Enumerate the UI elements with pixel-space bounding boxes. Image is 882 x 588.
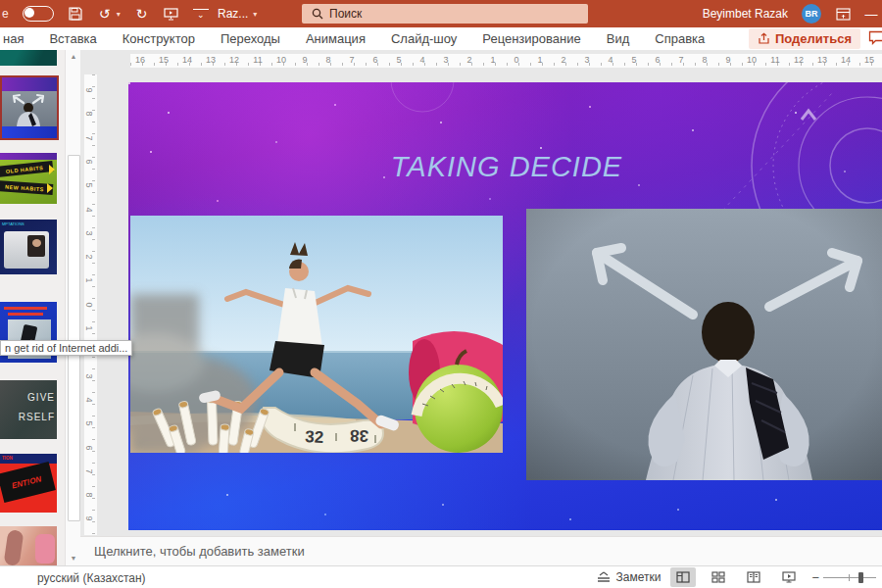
undo-icon[interactable]: ↺ <box>97 6 113 22</box>
notes-pane[interactable]: Щелкните, чтобы добавить заметки <box>80 536 882 565</box>
tab-slideshow[interactable]: Слайд-шоу <box>378 31 469 46</box>
thumbnail-slide-4[interactable]: MPTATIONS <box>0 220 57 274</box>
notes-placeholder: Щелкните, чтобы добавить заметки <box>94 544 305 559</box>
picture-man-choosing-arrows[interactable] <box>526 209 882 480</box>
tab-animations[interactable]: Анимация <box>293 31 378 46</box>
zoom-control: − <box>811 570 876 585</box>
ribbon-display-options-icon[interactable] <box>835 6 851 22</box>
undo-dropdown-icon[interactable]: ▾ <box>117 10 121 19</box>
slideshow-view-button[interactable] <box>776 567 802 587</box>
share-button[interactable]: Поделиться <box>749 28 860 49</box>
avatar[interactable]: BR <box>802 4 821 24</box>
thumbnail-slide-3[interactable]: OLD HABITS NEW HABITS <box>0 153 57 204</box>
titlebar-right: Beyimbet Razak BR — <box>703 0 878 27</box>
statusbar-right: Заметки − <box>596 566 882 588</box>
customize-qat-icon[interactable]: ⌄ <box>193 9 209 20</box>
powerpoint-window: е ↺ ▾ ↻ ⌄ Raz... ▾ Поиск Beyimbet Razak … <box>0 0 882 588</box>
quick-access-toolbar: е ↺ ▾ ↻ ⌄ <box>0 0 209 27</box>
chalk-rself-text: RSELF <box>19 412 55 422</box>
status-bar: русский (Казахстан) Заметки − <box>0 565 882 588</box>
old-habits-sign: OLD HABITS <box>0 161 53 177</box>
slide-editing-area[interactable]: TAKING DECIDE <box>128 82 882 530</box>
slide-thumbnail-panel: OLD HABITS NEW HABITS MPTATIONS <box>0 50 80 565</box>
minimize-button[interactable]: — <box>864 6 878 22</box>
scroll-up-icon[interactable]: ▲ <box>66 50 81 64</box>
zoom-slider[interactable] <box>823 577 876 578</box>
tab-transitions[interactable]: Переходы <box>208 31 293 46</box>
document-title[interactable]: Raz... ▾ <box>218 0 257 27</box>
tab-home-partial[interactable]: ная <box>0 31 36 46</box>
tab-help[interactable]: Справка <box>642 31 717 46</box>
search-input[interactable]: Поиск <box>302 4 588 24</box>
toggle-knob <box>24 8 34 18</box>
tab-insert[interactable]: Вставка <box>36 31 109 46</box>
save-icon[interactable] <box>68 6 83 22</box>
thumbnail-slide-8[interactable] <box>0 526 57 565</box>
scroll-down-icon[interactable]: ▼ <box>66 552 81 565</box>
vertical-ruler: 9876543210123456789 <box>84 74 97 535</box>
svg-text:32: 32 <box>305 427 324 447</box>
scrollbar-thumb[interactable] <box>68 155 80 521</box>
autosave-toggle[interactable] <box>23 6 54 22</box>
language-indicator[interactable]: русский (Казахстан) <box>37 571 146 585</box>
normal-view-button[interactable] <box>670 567 696 587</box>
ribbon-tabs: ная Вставка Конструктор Переходы Анимаци… <box>0 27 717 50</box>
thumbnail-slide-1[interactable] <box>0 50 57 66</box>
search-placeholder: Поиск <box>329 7 362 21</box>
ribbon-tab-row: ная Вставка Конструктор Переходы Анимаци… <box>0 27 882 51</box>
filename-dropdown-icon[interactable]: ▾ <box>253 10 257 19</box>
thumbnail-slide-2-selected[interactable] <box>0 75 59 140</box>
search-icon <box>312 8 323 20</box>
thumbnail-scrollbar[interactable]: ▲ ▼ <box>65 50 81 565</box>
attention-banner: ENT!ON <box>0 462 56 503</box>
slide-sorter-view-button[interactable] <box>706 567 731 587</box>
mini-arrows-man <box>2 91 57 126</box>
reading-view-button[interactable] <box>741 567 766 587</box>
thumbnail-slide-6[interactable]: GIVE RSELF <box>0 380 57 439</box>
notes-icon <box>596 571 612 584</box>
attention-fragment: TION <box>2 456 13 461</box>
new-habits-sign: NEW HABITS <box>0 180 53 195</box>
editing-canvas: 1615141312111098765432101234567891011121… <box>80 50 882 536</box>
zoom-out-icon[interactable]: − <box>811 570 819 585</box>
redo-icon[interactable]: ↻ <box>134 6 150 22</box>
temptations-text-fragment: MPTATIONS <box>2 221 24 226</box>
tab-review[interactable]: Рецензирование <box>469 31 593 46</box>
chalk-give-text: GIVE <box>27 392 55 403</box>
circle-decoration <box>378 82 466 118</box>
comments-icon[interactable] <box>868 30 882 45</box>
tab-view[interactable]: Вид <box>594 31 643 46</box>
share-icon <box>758 32 770 45</box>
autosave-label: е <box>2 7 9 21</box>
title-bar: е ↺ ▾ ↻ ⌄ Raz... ▾ Поиск Beyimbet Razak … <box>0 0 882 27</box>
thumbnail-slide-7[interactable]: TION ENT!ON <box>0 454 57 513</box>
notes-toggle[interactable]: Заметки <box>596 570 662 584</box>
slide-title-textbox[interactable]: TAKING DECIDE <box>369 151 644 183</box>
horizontal-ruler: 1615141312111098765432101234567891011121… <box>130 54 882 68</box>
picture-woman-jumping[interactable]: 32 38 <box>130 216 503 453</box>
start-presentation-icon[interactable] <box>164 6 179 22</box>
thumbnail-tooltip-overlay: n get rid of Internet addi... <box>0 340 132 356</box>
user-name[interactable]: Beyimbet Razak <box>703 7 788 21</box>
zoom-slider-handle[interactable] <box>858 572 863 583</box>
tab-design[interactable]: Конструктор <box>110 31 208 46</box>
svg-text:38: 38 <box>350 426 369 446</box>
star-field <box>128 82 130 84</box>
